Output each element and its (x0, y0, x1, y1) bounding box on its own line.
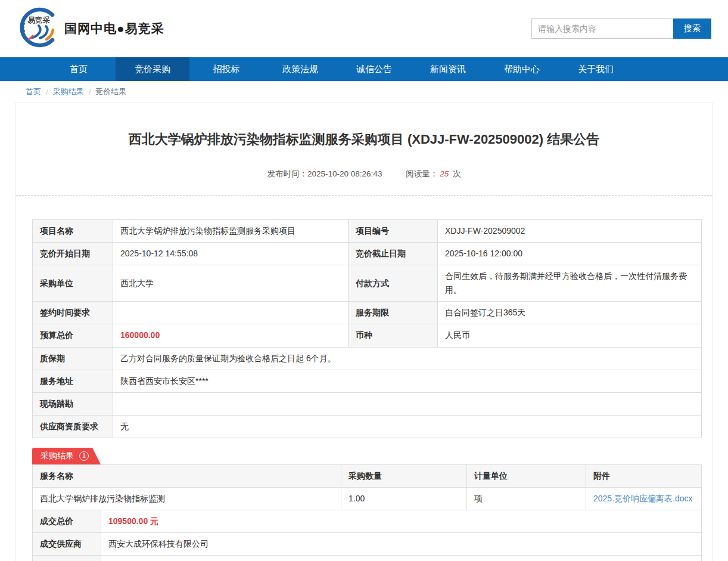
brand: 易竞采 国网中电●易竞采 (17, 6, 164, 51)
deal-total-price: 109500.00 元 (101, 510, 702, 533)
purchase-quantity: 1.00 (341, 488, 467, 510)
table-row: 西北大学锅炉排放污染物指标监测 1.00 项 2025.竞价响应偏离表.docx (33, 488, 702, 510)
service-name: 西北大学锅炉排放污染物指标监测 (33, 488, 341, 510)
table-row: 质保期 乙方对合同服务的质量保证期为验收合格后之日起 6个月。 (33, 347, 702, 370)
result-summary-table: 成交总价 109500.00 元 成交供应商 西安大成环保科技有限公司 质保及售… (32, 510, 702, 561)
breadcrumb-separator: / (89, 88, 91, 97)
content-panel: 西北大学锅炉排放污染物指标监测服务采购项目 (XDJJ-FW-202509002… (15, 103, 713, 561)
table-row: 现场踏勘 (33, 392, 702, 415)
brand-logo-icon: 易竞采 (17, 6, 60, 51)
table-row: 成交供应商 西安大成环保科技有限公司 (33, 533, 702, 556)
breadcrumb-separator: / (46, 88, 48, 97)
winning-supplier: 西安大成环保科技有限公司 (101, 533, 702, 556)
project-details-table: 项目名称 西北大学锅炉排放污染物指标监测服务采购项目 项目编号 XDJJ-FW-… (32, 219, 702, 438)
view-count-number: 25 (440, 169, 449, 178)
nav-item-about-us[interactable]: 关于我们 (559, 57, 633, 81)
page-title: 西北大学锅炉排放污染物指标监测服务采购项目 (XDJJ-FW-202509002… (16, 131, 712, 148)
brand-title: 国网中电●易竞采 (64, 20, 164, 37)
attachment-link[interactable]: 2025.竞价响应偏离表.docx (593, 494, 693, 503)
site-header: 易竞采 国网中电●易竞采 搜索 (0, 0, 728, 57)
search-area: 搜索 (531, 18, 711, 39)
nav-item-home[interactable]: 首页 (42, 57, 116, 81)
table-row: 质保及售后服务 质保期：验收合格后质保期6个月。响应时效：即时响应（包括电话响应… (33, 556, 702, 561)
warranty-service-terms: 质保期：验收合格后质保期6个月。响应时效：即时响应（包括电话响应）；电话响应无法… (101, 556, 702, 561)
table-header-row: 服务名称 采购数量 计量单位 附件 (33, 464, 702, 487)
table-row: 成交总价 109500.00 元 (33, 510, 702, 533)
measure-unit: 项 (467, 488, 586, 510)
search-button[interactable]: 搜索 (673, 18, 711, 39)
table-row: 供应商资质要求 无 (33, 415, 702, 438)
nav-item-bidding-purchase[interactable]: 竞价采购 (116, 57, 189, 81)
breadcrumb: 首页 / 采购结果 / 竞价结果 (0, 81, 728, 103)
table-row: 竞价开始日期 2025-10-12 14:55:08 竞价截止日期 2025-1… (33, 243, 702, 265)
svg-text:易竞采: 易竞采 (27, 16, 50, 24)
table-row: 预算总价 160000.00 币种 人民币 (33, 324, 702, 347)
result-items-table: 服务名称 采购数量 计量单位 附件 西北大学锅炉排放污染物指标监测 1.00 项… (32, 464, 702, 510)
breadcrumb-home[interactable]: 首页 (26, 86, 41, 97)
table-row: 项目名称 西北大学锅炉排放污染物指标监测服务采购项目 项目编号 XDJJ-FW-… (33, 220, 702, 243)
nav-item-help-center[interactable]: 帮助中心 (485, 57, 559, 81)
nav-item-policies[interactable]: 政策法规 (263, 57, 337, 81)
view-count: 阅读量：25 次 (406, 169, 461, 178)
nav-item-integrity-notice[interactable]: 诚信公告 (337, 57, 411, 81)
search-input[interactable] (531, 18, 673, 39)
article-meta: 发布时间：2025-10-20 08:26:43 阅读量：25 次 (16, 169, 712, 179)
nav-item-tender[interactable]: 招投标 (189, 57, 263, 81)
publish-time: 发布时间：2025-10-20 08:26:43 (267, 169, 385, 178)
result-count-badge: 1 (79, 451, 89, 461)
procurement-result-tag: 采购结果 1 (32, 448, 101, 464)
table-row: 采购单位 西北大学 付款方式 合同生效后，待服务期满并经甲方验收合格后，一次性付… (33, 265, 702, 302)
table-row: 签约时间要求 服务期限 自合同签订之日365天 (33, 302, 702, 324)
breadcrumb-current: 竞价结果 (95, 86, 126, 97)
breadcrumb-purchase-results[interactable]: 采购结果 (53, 86, 84, 97)
main-nav: 首页 竞价采购 招投标 政策法规 诚信公告 新闻资讯 帮助中心 关于我们 (0, 57, 728, 81)
dashed-divider (16, 195, 712, 196)
procurement-result-section: 采购结果 1 服务名称 采购数量 计量单位 附件 西北大学锅炉排放污染物指标监测 (32, 448, 702, 561)
budget-total-value: 160000.00 (113, 324, 349, 347)
nav-item-news[interactable]: 新闻资讯 (411, 57, 485, 81)
table-row: 服务地址 陕西省西安市长安区**** (33, 370, 702, 392)
